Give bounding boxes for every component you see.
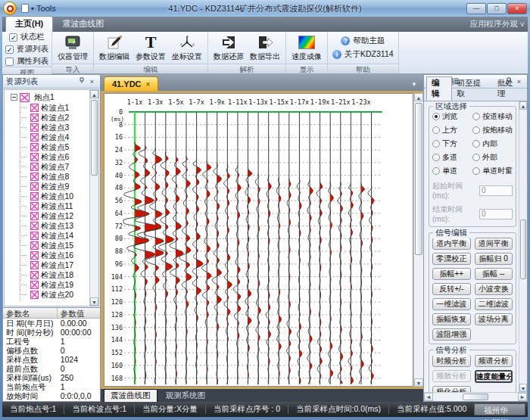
data-restore-button[interactable]: 数据还原 xyxy=(211,33,246,63)
tree-item[interactable]: 检波点15 xyxy=(5,241,89,250)
button-振幅 --[interactable]: 振幅 -- xyxy=(475,268,513,280)
radio-上方[interactable]: 上方 xyxy=(432,125,472,135)
table-row[interactable]: 采样点数1024 xyxy=(3,355,100,364)
tree-item[interactable]: 检波点1 xyxy=(5,103,89,113)
table-row[interactable]: 超前点数0 xyxy=(3,364,100,373)
table-row[interactable]: 偏移点数0 xyxy=(3,346,100,355)
tree-item[interactable]: 检波点14 xyxy=(5,231,89,241)
radio-单道[interactable]: 单道 xyxy=(432,166,472,176)
scroll-down-icon[interactable]: ▼ xyxy=(414,378,423,387)
tree-item[interactable]: 检波点17 xyxy=(5,260,89,270)
help-topic-button[interactable]: ? 帮助主题 xyxy=(341,36,385,46)
ribbon-tab-home[interactable]: 主页(H) xyxy=(5,16,53,32)
tree-item[interactable]: 检波点5 xyxy=(5,142,89,152)
tree-item[interactable]: 检波点13 xyxy=(5,221,89,231)
button-频谱分析[interactable]: 频谱分析 xyxy=(475,355,513,367)
tree-item[interactable]: 检波点10 xyxy=(5,191,89,201)
close-button[interactable]: × xyxy=(507,3,527,14)
radio-内部[interactable]: 内部 xyxy=(472,138,513,149)
radio-按炮移动[interactable]: 按炮移动 xyxy=(472,125,513,135)
scroll-up-icon[interactable]: ▲ xyxy=(414,93,423,101)
button-振幅恢复[interactable]: 振幅恢复 xyxy=(432,313,471,325)
tree-item[interactable]: 检波点6 xyxy=(5,152,89,162)
scroll-up-icon[interactable]: ▲ xyxy=(519,101,527,110)
table-row[interactable]: 采样间隔(us)250 xyxy=(3,373,100,382)
radio-下方[interactable]: 下方 xyxy=(432,138,472,149)
tab-batch[interactable]: 批处理 xyxy=(492,76,525,101)
radio-按道移动[interactable]: 按道移动 xyxy=(472,111,513,122)
button-零漂校正[interactable]: 零漂校正 xyxy=(432,253,471,265)
collapse-icon[interactable] xyxy=(11,94,17,101)
pin-icon[interactable] xyxy=(77,77,87,86)
tree-item[interactable]: 检波点12 xyxy=(5,211,89,221)
start-time-input[interactable] xyxy=(479,185,513,196)
view-checkbox-状态栏[interactable]: ✓状态栏 xyxy=(9,32,45,42)
tree-item[interactable]: 检波点8 xyxy=(5,172,89,182)
scroll-down-icon[interactable]: ▼ xyxy=(519,384,527,392)
document-tab[interactable]: 41.YDC × xyxy=(104,76,158,91)
view-checkbox-属性列表[interactable]: 属性列表 xyxy=(5,56,48,67)
tab-wave-curve-view[interactable]: 震波曲线图 xyxy=(104,389,157,403)
table-row[interactable]: 日 期(年月日)0.00.00 xyxy=(3,319,100,328)
tree-item[interactable]: 检波点9 xyxy=(5,182,89,191)
seismic-wiggle-chart[interactable]: 0816243240485664728088961041121201281361… xyxy=(104,94,413,386)
tree-root-shotpoint[interactable]: 炮点1 xyxy=(5,92,89,103)
scroll-right-icon[interactable]: ► xyxy=(518,393,527,401)
table-row[interactable]: 工程号1 xyxy=(3,337,100,346)
ribbon-tab-wave-curve[interactable]: 震波曲线图 xyxy=(53,17,113,32)
button-波阻增强[interactable]: 波阻增强 xyxy=(432,328,471,341)
radio-浏览[interactable]: 浏览 xyxy=(432,111,472,122)
table-row[interactable]: 时 间(时分秒)00:00:00 xyxy=(3,328,100,337)
tree-item[interactable]: 检波点3 xyxy=(5,123,89,132)
tree-item[interactable]: 检波点2 xyxy=(5,113,89,123)
button-道内平衡[interactable]: 道内平衡 xyxy=(432,238,471,250)
table-row[interactable]: 放炮时间0:0:0,0,0 xyxy=(3,391,100,400)
button-一维滤波[interactable]: 一维滤波 xyxy=(432,298,471,310)
tree-item[interactable]: 检波点16 xyxy=(5,250,89,260)
button-振幅++[interactable]: 振幅++ xyxy=(432,268,471,280)
param-settings-button[interactable]: T 参数设置 xyxy=(133,33,168,63)
button-反转+/-[interactable]: 反转+/- xyxy=(432,283,471,295)
tab-observation-system-view[interactable]: 观测系统图 xyxy=(160,390,212,402)
button-道间平衡[interactable]: 道间平衡 xyxy=(475,238,513,250)
panel-h-scrollbar[interactable]: ◄ ► xyxy=(424,392,527,401)
appearance-menu[interactable]: 应用程序外观 ˅ xyxy=(470,19,525,32)
scroll-up-icon[interactable]: ▲ xyxy=(90,90,98,98)
tab-overflow-icon[interactable]: ▼ xyxy=(408,81,420,91)
velocity-imaging-button[interactable]: 速度成像 xyxy=(289,33,324,63)
scroll-left-icon[interactable]: ◄ xyxy=(424,393,433,401)
tree-item[interactable]: 检波点20 xyxy=(5,290,89,300)
tab-edit[interactable]: 编辑 xyxy=(426,76,452,101)
about-button[interactable]: i 关于KDZ3114 xyxy=(332,49,394,60)
button-速度能量分析[interactable]: 速度能量分析 xyxy=(475,370,513,383)
tab-first-arrival[interactable]: 初至提取 xyxy=(452,76,492,101)
radio-外部[interactable]: 外部 xyxy=(472,152,513,163)
maximize-button[interactable]: □ xyxy=(487,3,507,14)
button-波场分离[interactable]: 波场分离 xyxy=(475,313,513,325)
button-振幅归 0[interactable]: 振幅归 0 xyxy=(475,253,513,265)
tree-item[interactable]: 检波点18 xyxy=(5,270,89,280)
minimize-button[interactable]: — xyxy=(466,3,486,14)
tree-item[interactable]: 检波点4 xyxy=(5,132,89,142)
coord-settings-button[interactable]: zxy 坐标设置 xyxy=(170,33,204,63)
radio-多道[interactable]: 多道 xyxy=(432,152,472,163)
table-row[interactable]: 当前炮点号1 xyxy=(3,382,100,391)
button-频散分析[interactable]: 频散分析 xyxy=(432,370,471,382)
button-极化分析[interactable]: 极化分析 xyxy=(432,386,471,392)
tab-close-icon[interactable]: × xyxy=(146,80,151,89)
tree-item[interactable]: 检波点7 xyxy=(5,162,89,172)
tree-scrollbar[interactable]: ▲ ▼ xyxy=(89,90,98,306)
radio-单道时窗[interactable]: 单道时窗 xyxy=(472,166,513,176)
view-checkbox-资源列表[interactable]: ✓资源列表 xyxy=(5,44,48,54)
button-时频分析[interactable]: 时频分析 xyxy=(432,355,471,367)
panel-scrollbar[interactable]: ▲ ▼ xyxy=(519,101,527,392)
data-export-button[interactable]: 数据导出 xyxy=(248,33,282,63)
scroll-down-icon[interactable]: ▼ xyxy=(90,297,98,306)
instrument-manage-button[interactable]: 仪器管理 xyxy=(55,33,90,63)
chart-scrollbar[interactable]: ▲ ▼ xyxy=(413,93,423,387)
data-edit-button[interactable]: 数据编辑 xyxy=(97,33,132,63)
button-小波变换[interactable]: 小波变换 xyxy=(475,283,513,295)
close-panel-icon[interactable]: × xyxy=(87,78,97,86)
tree-item[interactable]: 检波点19 xyxy=(5,280,89,290)
end-time-input[interactable] xyxy=(479,209,513,219)
